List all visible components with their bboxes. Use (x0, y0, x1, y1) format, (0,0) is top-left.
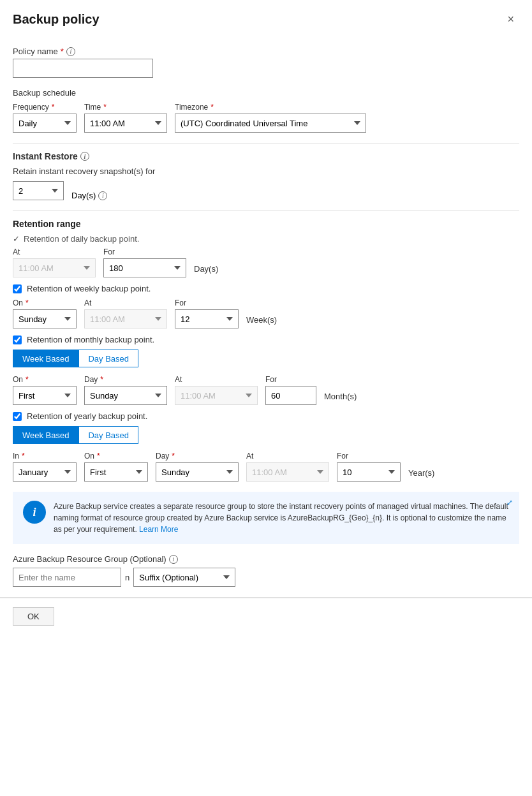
resource-inputs-row: n Suffix (Optional) (13, 568, 519, 587)
monthly-for-input[interactable] (265, 386, 316, 405)
weekly-unit-label: Week(s) (246, 315, 277, 328)
policy-name-section: Policy name * i (13, 47, 519, 78)
time-group: Time * 11:00 AM (84, 103, 167, 133)
days-select[interactable]: 21345 (13, 181, 64, 200)
resource-group-info-icon[interactable]: i (169, 555, 178, 564)
monthly-day-group: Day * SundayMondayTuesdayWednesdayThursd… (84, 375, 167, 405)
backup-schedule-label: Backup schedule (13, 88, 519, 98)
divider-1 (13, 143, 519, 144)
panel-body: Policy name * i Backup schedule Frequenc… (0, 36, 532, 597)
daily-at-select: 11:00 AM (13, 258, 96, 277)
required-star: * (61, 47, 64, 56)
monthly-tab-group: Week Based Day Based (13, 350, 519, 367)
resource-suffix-select[interactable]: Suffix (Optional) (133, 568, 235, 587)
monthly-fields-row: On * FirstSecondThirdFourthLast Day * Su… (13, 375, 519, 405)
yearly-day-select[interactable]: SundayMondayTuesdayWednesdayThursdayFrid… (156, 462, 239, 482)
monthly-checkbox-label: Retention of monthly backup point. (27, 335, 154, 344)
resource-group-section: Azure Backup Resource Group (Optional) i… (13, 554, 519, 587)
panel-footer: OK (0, 598, 532, 635)
daily-for-select[interactable]: 180306090 (103, 258, 186, 277)
instant-restore-title: Instant Restore (13, 151, 78, 161)
policy-name-label: Policy name * i (13, 47, 519, 56)
daily-check-icon: ✓ (13, 234, 20, 244)
backup-policy-panel: Backup policy × Policy name * i Backup s… (0, 0, 532, 796)
weekly-checkbox[interactable] (13, 284, 22, 293)
daily-retention-row: ✓ Retention of daily backup point. (13, 234, 519, 244)
timezone-select[interactable]: (UTC) Coordinated Universal Time (175, 114, 366, 133)
monthly-day-based-tab[interactable]: Day Based (78, 350, 138, 367)
yearly-at-group: At 11:00 AM (246, 452, 329, 482)
divider-2 (13, 210, 519, 211)
yearly-at-select: 11:00 AM (246, 462, 329, 482)
retention-range-title: Retention range (13, 219, 519, 229)
yearly-in-select[interactable]: JanuaryFebruaryMarchAprilMayJuneJulyAugu… (13, 462, 77, 482)
monthly-unit-label: Month(s) (324, 392, 357, 405)
weekly-fields-row: On * SundayMondayTuesdayWednesdayThursda… (13, 298, 519, 328)
weekly-for-group: For 121248 (175, 298, 239, 328)
yearly-for-select[interactable]: 10125 (337, 462, 401, 482)
monthly-on-select[interactable]: FirstSecondThirdFourthLast (13, 386, 77, 405)
frequency-group: Frequency * Daily Weekly (13, 103, 77, 133)
yearly-unit-label: Year(s) (408, 468, 434, 482)
yearly-day-based-tab[interactable]: Day Based (78, 426, 138, 444)
monthly-day-select[interactable]: SundayMondayTuesdayWednesdayThursdayFrid… (84, 386, 167, 405)
yearly-tab-group: Week Based Day Based (13, 426, 519, 444)
yearly-checkbox-row: Retention of yearly backup point. (13, 411, 519, 421)
monthly-at-select: 11:00 AM (175, 386, 258, 405)
retain-row: 21345 Day(s) i (13, 181, 519, 200)
retain-label: Retain instant recovery snapshot(s) for (13, 166, 519, 176)
daily-for-group: For 180306090 (103, 247, 186, 277)
daily-fields-row: At 11:00 AM For 180306090 Day(s) (13, 247, 519, 277)
policy-name-input[interactable] (13, 59, 153, 78)
info-banner: i Azure Backup service creates a separat… (13, 492, 519, 544)
yearly-in-group: In * JanuaryFebruaryMarchAprilMayJuneJul… (13, 452, 77, 482)
retention-range-section: Retention range ✓ Retention of daily bac… (13, 219, 519, 482)
monthly-checkbox-row: Retention of monthly backup point. (13, 335, 519, 344)
monthly-for-group: For (265, 375, 316, 405)
close-button[interactable]: × (502, 10, 519, 29)
info-banner-text: Azure Backup service creates a separate … (54, 501, 509, 535)
resource-name-input[interactable] (13, 568, 121, 587)
frequency-select[interactable]: Daily Weekly (13, 114, 77, 133)
monthly-week-based-tab[interactable]: Week Based (13, 350, 78, 367)
panel-title: Backup policy (13, 12, 100, 27)
days-unit-label: Day(s) (71, 191, 96, 200)
instant-restore-info-icon[interactable]: i (80, 152, 89, 161)
yearly-week-based-tab[interactable]: Week Based (13, 426, 78, 444)
resource-group-label: Azure Backup Resource Group (Optional) (13, 554, 166, 564)
days-info-icon[interactable]: i (98, 191, 107, 200)
panel-header: Backup policy × (0, 0, 532, 36)
yearly-on-group: On * FirstSecondThirdFourthLast (84, 452, 148, 482)
policy-name-info-icon[interactable]: i (66, 47, 75, 56)
n-label: n (125, 573, 129, 582)
yearly-day-group: Day * SundayMondayTuesdayWednesdayThursd… (156, 452, 239, 482)
learn-more-link[interactable]: Learn More (139, 525, 178, 534)
info-banner-icon: i (23, 501, 46, 524)
yearly-on-select[interactable]: FirstSecondThirdFourthLast (84, 462, 148, 482)
instant-restore-section: Instant Restore i Retain instant recover… (13, 151, 519, 200)
schedule-row: Frequency * Daily Weekly Time * 11:00 AM (13, 103, 519, 133)
weekly-at-select: 11:00 AM (84, 309, 167, 328)
yearly-checkbox[interactable] (13, 412, 22, 421)
weekly-for-select[interactable]: 121248 (175, 309, 239, 328)
weekly-at-group: At 11:00 AM (84, 298, 167, 328)
ok-button[interactable]: OK (13, 607, 54, 626)
backup-schedule-section: Backup schedule Frequency * Daily Weekly… (13, 88, 519, 133)
weekly-checkbox-row: Retention of weekly backup point. (13, 284, 519, 293)
external-link-icon[interactable]: ⤢ (506, 498, 513, 507)
weekly-checkbox-label: Retention of weekly backup point. (27, 284, 151, 293)
daily-unit-label: Day(s) (194, 264, 218, 277)
yearly-for-group: For 10125 (337, 452, 401, 482)
time-select[interactable]: 11:00 AM (84, 114, 167, 133)
monthly-on-group: On * FirstSecondThirdFourthLast (13, 375, 77, 405)
daily-retention-label: Retention of daily backup point. (24, 234, 139, 244)
daily-at-group: At 11:00 AM (13, 247, 96, 277)
monthly-at-group: At 11:00 AM (175, 375, 258, 405)
weekly-on-group: On * SundayMondayTuesdayWednesdayThursda… (13, 298, 77, 328)
monthly-checkbox[interactable] (13, 335, 22, 344)
timezone-group: Timezone * (UTC) Coordinated Universal T… (175, 103, 366, 133)
weekly-on-select[interactable]: SundayMondayTuesdayWednesdayThursdayFrid… (13, 309, 77, 328)
yearly-fields-row: In * JanuaryFebruaryMarchAprilMayJuneJul… (13, 452, 519, 482)
yearly-checkbox-label: Retention of yearly backup point. (27, 411, 147, 421)
